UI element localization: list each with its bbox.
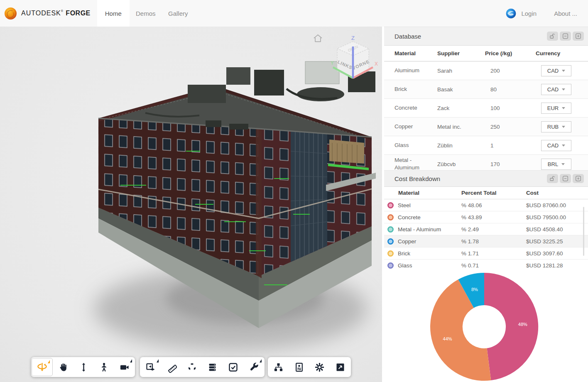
percent-cell: % 48.06 [461, 202, 526, 208]
database-table-header: Material Supplier Price (/kg) Currency [384, 46, 588, 61]
explode-button[interactable] [181, 358, 202, 377]
cost-cell: $USD 1281.28 [526, 262, 588, 269]
cost-cell: $USD 4508.40 [526, 226, 588, 233]
chevron-down-icon [561, 163, 565, 165]
fullscreen-button[interactable] [330, 358, 351, 377]
material-label: Brick [398, 250, 410, 257]
pan-hand-button[interactable] [53, 358, 73, 377]
cost-row[interactable]: Brick % 1.71 $USD 3097.60 [384, 247, 588, 260]
supplier-cell: Zübcvb [437, 161, 485, 167]
price-cell: 250 [485, 124, 536, 130]
currency-select[interactable]: CAD [541, 84, 571, 95]
material-cell: Copper [394, 123, 437, 130]
currency-cell: CAD [536, 65, 588, 76]
cost-donut-chart: 48%44%8% [384, 269, 588, 382]
column-header: Price (/kg) [485, 50, 536, 56]
about-link[interactable]: About ... [554, 10, 577, 17]
cost-window-buttons [547, 174, 584, 183]
material-label: Steel [398, 202, 411, 208]
scrollbar-thumb[interactable] [583, 207, 584, 256]
settings-wrench-button[interactable] [243, 358, 264, 377]
viewcube-x-axis-label: X [375, 61, 378, 67]
column-header: Material [394, 50, 437, 56]
table-row: Concrete Zack 100 EUR [384, 99, 588, 118]
cost-row[interactable]: Concrete % 43.89 $USD 79500.00 [384, 211, 588, 223]
doc-properties-button[interactable] [289, 358, 310, 377]
column-header: Material [387, 190, 461, 196]
expand-icon[interactable] [573, 32, 584, 41]
material-cell: Metal - Aluminum [394, 157, 437, 170]
tab-demos[interactable]: Demos [130, 0, 162, 27]
database-panel-header: Database [384, 27, 588, 46]
database-table-body: Aluminum Sarah 200 CAD Brick Basak 80 CA… [384, 61, 588, 170]
login-button[interactable]: Login [505, 8, 537, 19]
home-view-icon[interactable] [312, 33, 323, 44]
percent-cell: % 0.71 [461, 262, 526, 269]
tab-gallery[interactable]: Gallery [162, 0, 194, 27]
column-header: Percent Total [461, 190, 526, 196]
cost-breakdown-panel-header: Cost Breakdown [384, 170, 588, 187]
price-cell: 100 [485, 105, 536, 111]
price-cell: 1 [485, 142, 536, 149]
chevron-down-icon [562, 70, 565, 72]
brand-text: AUTODESK® FORGE [21, 10, 91, 17]
donut-slice-label: 48% [518, 322, 527, 327]
expand-icon[interactable] [573, 174, 584, 183]
percent-cell: % 43.89 [461, 214, 526, 220]
collapse-icon[interactable] [560, 174, 571, 183]
cost-table-header: Material Percent Total Cost [384, 187, 588, 199]
currency-select[interactable]: CAD [541, 65, 571, 76]
login-label: Login [521, 10, 537, 17]
material-color-dot [387, 262, 394, 269]
collapse-icon[interactable] [560, 32, 571, 41]
brand[interactable]: AUTODESK® FORGE [0, 0, 97, 27]
material-color-dot [387, 226, 394, 233]
cost-cell: $USD 3225.25 [526, 238, 588, 245]
currency-select[interactable]: RUB [541, 121, 571, 132]
navbar: AUTODESK® FORGE HomeDemosGallery Login A… [0, 0, 588, 27]
nav-spacer [194, 0, 506, 27]
nav-right: Login About ... [505, 0, 588, 27]
cost-row[interactable]: Glass % 0.71 $USD 1281.28 [384, 260, 588, 269]
currency-select[interactable]: BRL [541, 159, 571, 170]
material-cell: Aluminum [394, 67, 437, 74]
view-cube[interactable]: OBEN LINKS VORNE Z Y X [329, 35, 380, 86]
table-row: Aluminum Sarah 200 CAD [384, 61, 588, 80]
percent-cell: % 1.71 [461, 250, 526, 257]
database-panel-title: Database [394, 33, 421, 40]
zoom-button[interactable] [73, 358, 93, 377]
measure-button[interactable] [161, 358, 182, 377]
gear-button[interactable] [309, 358, 330, 377]
properties-check-button[interactable] [223, 358, 244, 377]
section-button[interactable] [140, 358, 161, 377]
unlock-icon[interactable] [547, 174, 558, 183]
price-cell: 200 [485, 68, 536, 74]
hierarchy-button[interactable] [268, 358, 289, 377]
model-structure-button[interactable] [202, 358, 223, 377]
tool-options-badge [260, 359, 262, 362]
cost-cell: $USD 3097.60 [526, 250, 588, 257]
tab-home[interactable]: Home [97, 0, 130, 27]
column-header: Supplier [437, 50, 485, 56]
material-color-dot [387, 250, 394, 257]
first-person-button[interactable] [94, 358, 114, 377]
unlock-icon[interactable] [547, 32, 558, 41]
cost-row[interactable]: Metal - Aluminum % 2.49 $USD 4508.40 [384, 223, 588, 235]
column-header: Cost [526, 190, 588, 196]
currency-cell: CAD [536, 140, 588, 151]
currency-select[interactable]: CAD [541, 140, 571, 151]
cost-row[interactable]: Copper % 1.78 $USD 3225.25 [384, 235, 588, 247]
viewer-canvas[interactable] [0, 27, 382, 382]
table-row: Brick Basak 80 CAD [384, 80, 588, 99]
material-cell: Glass [394, 142, 437, 149]
cost-row[interactable]: Steel % 48.06 $USD 87060.00 [384, 199, 588, 211]
material-cell: Concrete [394, 104, 437, 112]
camera-button[interactable] [114, 358, 135, 377]
price-cell: 170 [485, 161, 536, 167]
viewcube-y-axis-label: Y [331, 60, 334, 66]
donut-slice-label: 8% [471, 287, 478, 292]
right-panel: Database Material Supplier Price (/kg) C… [384, 27, 588, 382]
orbit-button[interactable] [32, 358, 53, 376]
currency-select[interactable]: EUR [541, 103, 571, 114]
donut-slice[interactable] [484, 273, 538, 380]
